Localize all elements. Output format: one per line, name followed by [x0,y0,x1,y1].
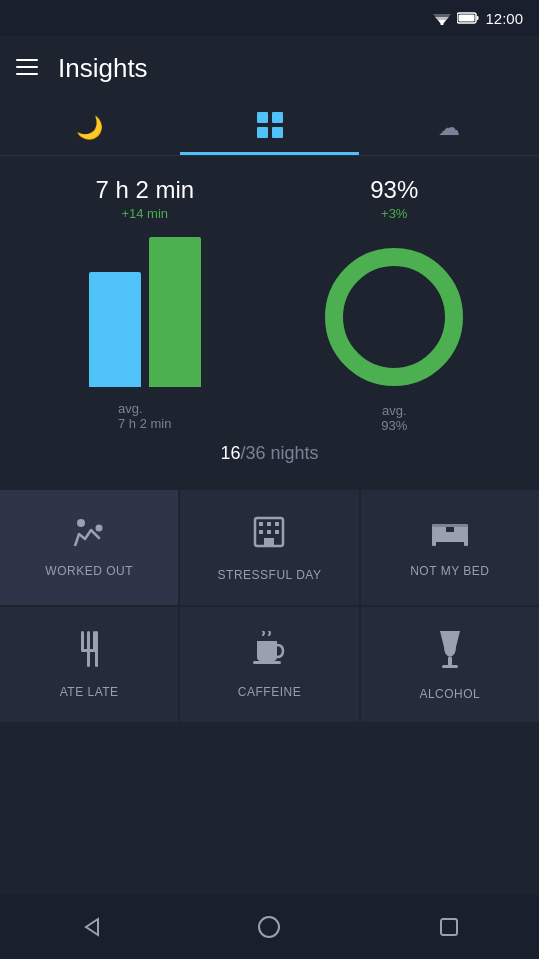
svg-point-43 [259,917,279,937]
svg-rect-9 [16,73,38,75]
sleep-quality-value: 93% [370,176,418,204]
svg-rect-31 [432,540,436,546]
factor-caffeine[interactable]: CAFFEINE [180,607,358,722]
bottom-nav [0,895,539,959]
stats-row: 7 h 2 min +14 min avg. 7 h 2 min [20,176,519,433]
grid-icon [257,112,283,144]
svg-rect-34 [87,631,90,651]
svg-rect-5 [477,16,479,20]
sleep-quality-change: +3% [381,206,407,221]
svg-rect-24 [267,530,271,534]
svg-rect-37 [87,649,90,667]
svg-rect-8 [16,66,38,68]
svg-rect-12 [257,127,268,138]
factor-stressful-day[interactable]: STRESSFUL DAY [180,490,358,605]
factor-ate-late[interactable]: ATE LATE [0,607,178,722]
donut-chart [314,237,474,397]
wifi-icon [433,11,451,25]
home-button[interactable] [244,902,294,952]
tab-weather[interactable]: ☁ [359,100,539,155]
svg-marker-42 [86,919,98,935]
svg-rect-20 [259,522,263,526]
sleep-duration-value: 7 h 2 min [95,176,194,204]
svg-point-18 [96,525,103,532]
status-icons: 12:00 [433,10,523,27]
page-title: Insights [58,53,148,84]
main-content: 7 h 2 min +14 min avg. 7 h 2 min [0,156,539,490]
factor-alcohol[interactable]: ALCOHOL [361,607,539,722]
factor-not-my-bed[interactable]: NOT MY BED [361,490,539,605]
svg-rect-32 [464,540,468,546]
workout-icon [71,517,107,554]
wine-icon [436,629,464,677]
svg-rect-22 [275,522,279,526]
svg-rect-39 [253,661,281,664]
svg-rect-13 [272,127,283,138]
svg-rect-33 [81,631,84,651]
weather-icon: ☁ [438,115,460,141]
tab-grid[interactable] [180,100,360,155]
building-icon [251,514,287,558]
svg-rect-7 [16,59,38,61]
svg-rect-10 [257,112,268,123]
sleep-quality-stat: 93% +3% avg. 93% [284,176,504,433]
sleep-duration-change: +14 min [121,206,168,221]
stressful-day-label: STRESSFUL DAY [218,568,322,582]
alcohol-label: ALCOHOL [419,687,480,701]
back-button[interactable] [65,902,115,952]
worked-out-label: WORKED OUT [45,564,133,578]
svg-rect-26 [264,538,274,546]
factors-grid: WORKED OUT STRESSFUL DAY [0,490,539,722]
svg-rect-44 [441,919,457,935]
svg-rect-25 [275,530,279,534]
coffee-icon [251,631,287,675]
tab-sleep[interactable]: 🌙 [0,100,180,155]
battery-icon [457,12,479,24]
menu-icon[interactable] [16,57,38,80]
status-bar: 12:00 [0,0,539,36]
sleep-duration-stat: 7 h 2 min +14 min avg. 7 h 2 min [35,176,255,431]
factor-worked-out[interactable]: WORKED OUT [0,490,178,605]
svg-rect-23 [259,530,263,534]
recent-button[interactable] [424,902,474,952]
svg-point-15 [334,257,454,377]
caffeine-label: CAFFEINE [238,685,301,699]
bar-previous [89,272,141,387]
svg-rect-21 [267,522,271,526]
sleep-avg-label: avg. 7 h 2 min [118,401,171,431]
svg-rect-6 [459,15,475,22]
status-time: 12:00 [485,10,523,27]
svg-rect-11 [272,112,283,123]
svg-rect-41 [442,665,458,668]
not-my-bed-label: NOT MY BED [410,564,489,578]
ate-late-label: ATE LATE [60,685,119,699]
bed-icon [430,517,470,554]
nights-counter: 16/36 nights [20,443,519,464]
tab-bar: 🌙 ☁ [0,100,539,156]
quality-avg-label: avg. 93% [381,403,407,433]
bar-current [149,237,201,387]
sleep-icon: 🌙 [76,115,103,141]
svg-point-17 [77,519,85,527]
header: Insights [0,36,539,100]
svg-rect-38 [95,631,98,667]
utensils-icon [75,631,103,675]
svg-rect-30 [432,524,468,527]
